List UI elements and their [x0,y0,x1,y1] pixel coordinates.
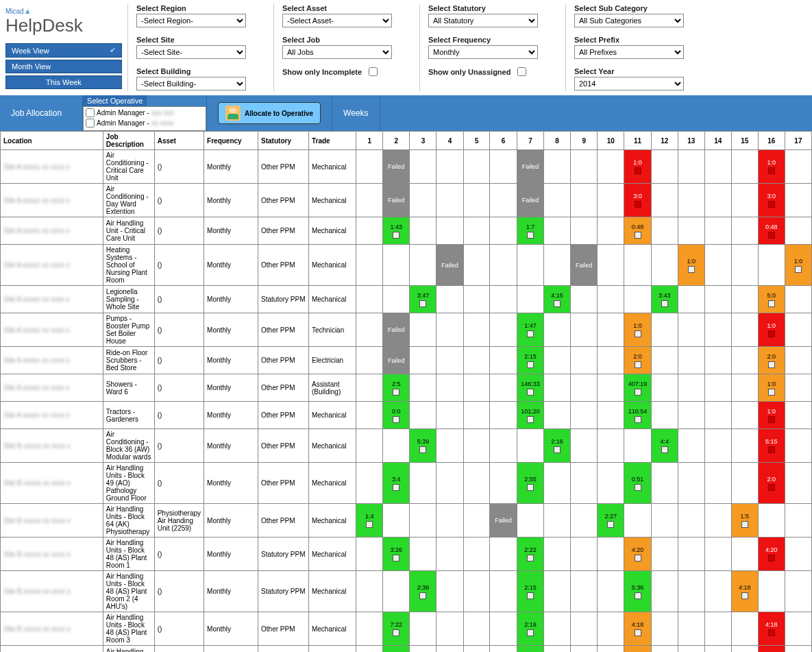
status-badge[interactable]: 1:43 [383,217,409,244]
cell-checkbox[interactable] [527,629,534,636]
week-cell[interactable]: 1:47 [517,313,543,347]
cell-checkbox[interactable] [635,592,641,599]
operative-list[interactable]: Admin Manager - xxx xxx Admin Manager - … [83,106,206,131]
cell-checkbox[interactable] [795,266,802,273]
cell-checkbox[interactable] [527,330,534,337]
status-badge[interactable]: 5:39 [410,429,436,462]
status-badge[interactable]: 4:20 [759,538,785,570]
week-cell[interactable]: 2:5 [383,374,410,402]
week-cell[interactable]: 3:0 [624,184,651,217]
cell-checkbox[interactable] [393,484,399,491]
week-cell[interactable]: Failed [383,184,410,217]
status-badge[interactable]: 1:0 [759,313,785,346]
week-cell[interactable]: 1:0 [624,313,651,347]
cell-checkbox[interactable] [768,389,775,396]
status-badge[interactable]: Failed [517,150,543,183]
cell-checkbox[interactable] [527,484,534,491]
week-cell[interactable]: 3:4 [383,463,410,504]
week-cell[interactable]: 2:0 [758,463,785,504]
cell-checkbox[interactable] [635,167,641,174]
status-badge[interactable]: 3:26 [383,538,409,570]
week-cell[interactable]: 3:47 [410,286,436,313]
cell-checkbox[interactable] [527,416,534,423]
cell-checkbox[interactable] [635,232,641,239]
status-badge[interactable]: 1:40 [517,646,543,652]
cell-checkbox[interactable] [635,389,641,396]
status-badge[interactable]: 0:48 [759,217,785,244]
week-cell[interactable]: 0:48 [758,217,785,245]
cell-checkbox[interactable] [419,446,426,453]
cell-checkbox[interactable] [419,592,426,599]
status-badge[interactable]: 1:4 [356,504,382,537]
cell-checkbox[interactable] [635,484,641,491]
status-badge[interactable]: 3:47 [410,286,436,313]
cell-checkbox[interactable] [768,416,775,423]
status-badge[interactable]: 2:15 [517,347,543,374]
select-site[interactable]: -Select Site- [136,45,246,59]
week-cell[interactable]: Failed [490,504,517,538]
cell-checkbox[interactable] [688,266,695,273]
week-cell[interactable]: 2:15 [517,571,543,612]
cell-checkbox[interactable] [741,592,748,599]
status-badge[interactable]: 4:15 [544,286,570,313]
cell-checkbox[interactable] [741,521,748,528]
week-cell[interactable]: Failed [571,245,598,286]
week-cell[interactable]: 1:43 [383,217,410,245]
status-badge[interactable]: 2:36 [410,571,436,612]
cell-checkbox[interactable] [635,361,641,368]
cell-checkbox[interactable] [393,629,399,636]
status-badge[interactable]: 4:4 [652,429,678,462]
week-cell[interactable]: 1:0 [758,313,785,347]
week-cell[interactable]: 407:19 [624,374,651,402]
status-badge[interactable]: 2:27 [598,504,624,537]
week-cell[interactable]: 5:39 [410,429,436,463]
week-cell[interactable]: 2:27 [598,504,624,538]
week-cell[interactable]: 2:0 [624,347,651,374]
status-badge[interactable]: 5:0 [759,286,785,313]
select-asset[interactable]: -Select Asset- [282,14,392,27]
week-cell[interactable]: 4:18 [624,612,651,646]
cell-checkbox[interactable] [393,416,399,423]
week-cell[interactable]: 1:0 [758,150,785,184]
cell-checkbox[interactable] [768,300,775,307]
week-cell[interactable]: 2:22 [517,538,543,571]
week-cell[interactable]: 5:0 [758,286,785,313]
week-cell[interactable]: Failed [436,245,463,286]
status-badge[interactable]: 2:15 [517,571,543,612]
status-badge[interactable]: 2:5 [383,374,409,401]
week-cell[interactable]: 4:20 [758,538,785,571]
cell-checkbox[interactable] [635,201,641,208]
operative-checkbox[interactable] [86,119,95,128]
status-badge[interactable]: 7:7 [624,646,650,652]
status-badge[interactable]: 1:5 [732,504,758,537]
cell-checkbox[interactable] [635,330,641,337]
status-badge[interactable]: 7:7 [759,646,785,652]
status-badge[interactable]: 3:4 [383,463,409,503]
cell-checkbox[interactable] [554,300,561,307]
cell-checkbox[interactable] [393,389,399,396]
status-badge[interactable]: 2:0 [759,463,785,503]
week-view-button[interactable]: Week View✔ [5,43,122,58]
select-statutory[interactable]: All Statutory [428,14,538,27]
cell-checkbox[interactable] [393,232,399,239]
week-cell[interactable]: 2:0 [758,347,785,374]
cell-checkbox[interactable] [768,167,775,174]
week-cell[interactable]: 4:18 [731,571,758,612]
cell-checkbox[interactable] [419,300,426,307]
status-badge[interactable]: 1:0 [759,402,785,428]
week-cell[interactable]: 3:16 [383,646,410,653]
week-cell[interactable]: 3:26 [383,538,410,571]
status-badge[interactable]: 1:47 [517,313,543,346]
week-cell[interactable]: 2:55 [517,463,543,504]
status-badge[interactable]: 2:19 [517,612,543,645]
status-badge[interactable]: 116:54 [624,402,650,428]
incomplete-checkbox[interactable] [369,67,378,76]
week-cell[interactable]: 0:51 [624,463,651,504]
cell-checkbox[interactable] [768,446,775,453]
week-cell[interactable]: 1:4 [356,504,383,538]
week-cell[interactable]: 2:19 [517,612,543,646]
week-cell[interactable]: Failed [517,150,543,184]
status-badge[interactable]: Failed [436,245,463,285]
week-cell[interactable]: 1:0 [624,150,651,184]
cell-checkbox[interactable] [635,629,641,636]
